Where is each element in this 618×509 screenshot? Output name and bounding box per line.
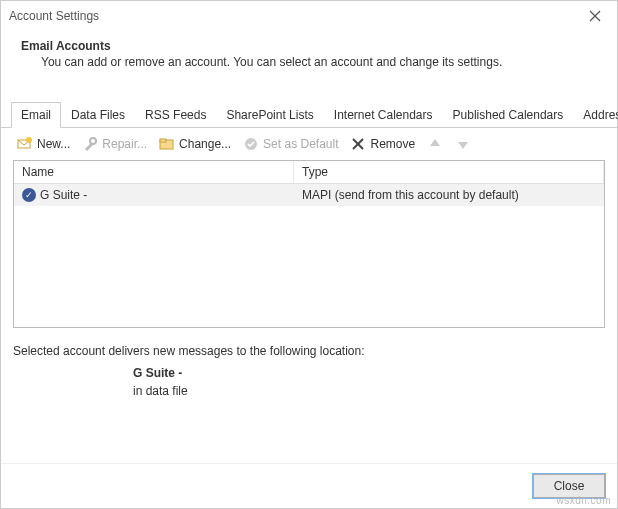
new-mail-icon — [17, 136, 33, 152]
window-title: Account Settings — [9, 9, 581, 23]
window-close-button[interactable] — [581, 6, 609, 26]
watermark: wsxdn.com — [556, 495, 611, 506]
tabstrip: Email Data Files RSS Feeds SharePoint Li… — [1, 101, 617, 128]
svg-point-4 — [90, 138, 96, 144]
repair-label: Repair... — [102, 137, 147, 151]
svg-rect-6 — [160, 139, 166, 142]
new-label: New... — [37, 137, 70, 151]
toolbar: New... Repair... Change... — [1, 128, 617, 160]
close-icon — [589, 10, 601, 22]
change-label: Change... — [179, 137, 231, 151]
column-name[interactable]: Name — [14, 161, 294, 183]
header-subheading: You can add or remove an account. You ca… — [21, 55, 597, 69]
column-type[interactable]: Type — [294, 161, 604, 183]
change-folder-icon — [159, 136, 175, 152]
set-default-label: Set as Default — [263, 137, 338, 151]
delivery-location: in data file — [133, 382, 605, 400]
default-account-badge-icon: ✓ — [22, 188, 36, 202]
account-list: Name Type ✓ G Suite - MAPI (send from th… — [13, 160, 605, 328]
arrow-up-icon — [427, 136, 443, 152]
header: Email Accounts You can add or remove an … — [1, 31, 617, 81]
row-name-text: G Suite - — [40, 188, 87, 202]
tab-rss-feeds[interactable]: RSS Feeds — [135, 102, 216, 128]
delivery-info: Selected account delivers new messages t… — [1, 328, 617, 400]
repair-button[interactable]: Repair... — [78, 134, 151, 154]
row-type-cell: MAPI (send from this account by default) — [294, 186, 604, 204]
arrow-down-icon — [455, 136, 471, 152]
check-circle-icon — [243, 136, 259, 152]
remove-label: Remove — [370, 137, 415, 151]
svg-marker-10 — [430, 139, 440, 146]
svg-marker-11 — [458, 142, 468, 149]
new-button[interactable]: New... — [13, 134, 74, 154]
svg-point-3 — [26, 137, 32, 143]
tab-published-calendars[interactable]: Published Calendars — [443, 102, 574, 128]
delivery-intro: Selected account delivers new messages t… — [13, 344, 605, 358]
header-heading: Email Accounts — [21, 39, 597, 53]
tab-internet-calendars[interactable]: Internet Calendars — [324, 102, 443, 128]
move-up-button[interactable] — [423, 134, 447, 154]
delivery-account: G Suite - — [133, 364, 605, 382]
titlebar: Account Settings — [1, 1, 617, 31]
tab-data-files[interactable]: Data Files — [61, 102, 135, 128]
table-row[interactable]: ✓ G Suite - MAPI (send from this account… — [14, 184, 604, 206]
tab-sharepoint-lists[interactable]: SharePoint Lists — [216, 102, 323, 128]
list-header: Name Type — [14, 161, 604, 184]
tab-address-books[interactable]: Address Books — [573, 102, 618, 128]
move-down-button[interactable] — [451, 134, 475, 154]
set-default-button[interactable]: Set as Default — [239, 134, 342, 154]
repair-icon — [82, 136, 98, 152]
row-name-cell: ✓ G Suite - — [14, 186, 294, 204]
remove-button[interactable]: Remove — [346, 134, 419, 154]
remove-x-icon — [350, 136, 366, 152]
tab-email[interactable]: Email — [11, 102, 61, 128]
footer: Close — [1, 463, 617, 508]
account-settings-window: Account Settings Email Accounts You can … — [0, 0, 618, 509]
change-button[interactable]: Change... — [155, 134, 235, 154]
